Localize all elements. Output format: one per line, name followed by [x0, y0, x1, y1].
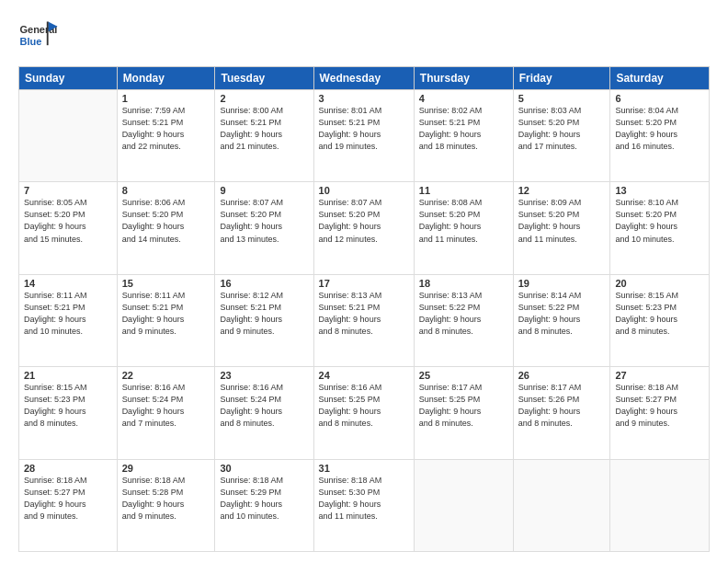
svg-text:Blue: Blue [19, 36, 41, 47]
day-number: 24 [319, 370, 409, 381]
calendar-cell: 31Sunrise: 8:18 AMSunset: 5:30 PMDayligh… [313, 459, 414, 551]
calendar-cell: 19Sunrise: 8:14 AMSunset: 5:22 PMDayligh… [513, 274, 610, 366]
calendar-cell: 3Sunrise: 8:01 AMSunset: 5:21 PMDaylight… [313, 90, 414, 182]
day-number: 28 [24, 463, 112, 474]
calendar-cell [610, 459, 710, 551]
calendar-cell: 28Sunrise: 8:18 AMSunset: 5:27 PMDayligh… [19, 459, 118, 551]
calendar-page: General Blue SundayMondayTuesdayWednesda… [0, 0, 728, 563]
weekday-header: Friday [513, 67, 610, 90]
calendar-cell [513, 459, 610, 551]
day-number: 25 [419, 370, 508, 381]
logo-icon: General Blue [18, 17, 59, 57]
weekday-header: Sunday [19, 67, 118, 90]
day-info: Sunrise: 8:18 AMSunset: 5:29 PMDaylight:… [220, 475, 308, 523]
day-info: Sunrise: 8:03 AMSunset: 5:20 PMDaylight:… [518, 105, 606, 153]
day-info: Sunrise: 8:18 AMSunset: 5:28 PMDaylight:… [122, 475, 210, 523]
day-number: 4 [419, 93, 508, 104]
day-number: 17 [319, 278, 409, 289]
day-info: Sunrise: 8:04 AMSunset: 5:20 PMDaylight:… [615, 105, 704, 153]
day-number: 26 [518, 370, 606, 381]
day-number: 2 [220, 93, 308, 104]
day-number: 1 [122, 93, 210, 104]
calendar-cell: 4Sunrise: 8:02 AMSunset: 5:21 PMDaylight… [414, 90, 513, 182]
day-number: 16 [220, 278, 308, 289]
calendar-cell: 1Sunrise: 7:59 AMSunset: 5:21 PMDaylight… [117, 90, 215, 182]
day-number: 18 [419, 278, 508, 289]
day-info: Sunrise: 8:18 AMSunset: 5:27 PMDaylight:… [615, 382, 704, 430]
day-info: Sunrise: 8:00 AMSunset: 5:21 PMDaylight:… [220, 105, 308, 153]
day-info: Sunrise: 8:18 AMSunset: 5:30 PMDaylight:… [319, 475, 409, 523]
calendar-cell: 20Sunrise: 8:15 AMSunset: 5:23 PMDayligh… [610, 274, 710, 366]
weekday-header: Thursday [414, 67, 513, 90]
calendar-week-row: 1Sunrise: 7:59 AMSunset: 5:21 PMDaylight… [19, 90, 710, 182]
day-number: 6 [615, 93, 704, 104]
day-number: 27 [615, 370, 704, 381]
header: General Blue [18, 17, 710, 57]
day-info: Sunrise: 8:08 AMSunset: 5:20 PMDaylight:… [419, 197, 508, 245]
day-info: Sunrise: 8:17 AMSunset: 5:26 PMDaylight:… [518, 382, 606, 430]
calendar-week-row: 28Sunrise: 8:18 AMSunset: 5:27 PMDayligh… [19, 459, 710, 551]
day-info: Sunrise: 8:01 AMSunset: 5:21 PMDaylight:… [319, 105, 409, 153]
day-number: 10 [319, 185, 409, 196]
day-number: 9 [220, 185, 308, 196]
calendar-cell: 7Sunrise: 8:05 AMSunset: 5:20 PMDaylight… [19, 182, 118, 274]
day-number: 22 [122, 370, 210, 381]
calendar-body: 1Sunrise: 7:59 AMSunset: 5:21 PMDaylight… [19, 90, 710, 552]
calendar-cell: 8Sunrise: 8:06 AMSunset: 5:20 PMDaylight… [117, 182, 215, 274]
day-info: Sunrise: 8:07 AMSunset: 5:20 PMDaylight:… [220, 197, 308, 245]
weekday-row: SundayMondayTuesdayWednesdayThursdayFrid… [19, 67, 710, 90]
day-info: Sunrise: 7:59 AMSunset: 5:21 PMDaylight:… [122, 105, 210, 153]
day-info: Sunrise: 8:15 AMSunset: 5:23 PMDaylight:… [24, 382, 112, 430]
calendar-week-row: 14Sunrise: 8:11 AMSunset: 5:21 PMDayligh… [19, 274, 710, 366]
calendar-week-row: 21Sunrise: 8:15 AMSunset: 5:23 PMDayligh… [19, 367, 710, 459]
day-info: Sunrise: 8:11 AMSunset: 5:21 PMDaylight:… [122, 290, 210, 338]
day-info: Sunrise: 8:13 AMSunset: 5:21 PMDaylight:… [319, 290, 409, 338]
calendar-cell: 15Sunrise: 8:11 AMSunset: 5:21 PMDayligh… [117, 274, 215, 366]
calendar-week-row: 7Sunrise: 8:05 AMSunset: 5:20 PMDaylight… [19, 182, 710, 274]
day-number: 7 [24, 185, 112, 196]
calendar-cell [414, 459, 513, 551]
day-number: 23 [220, 370, 308, 381]
day-number: 31 [319, 463, 409, 474]
calendar-cell: 21Sunrise: 8:15 AMSunset: 5:23 PMDayligh… [19, 367, 118, 459]
calendar-cell: 30Sunrise: 8:18 AMSunset: 5:29 PMDayligh… [215, 459, 313, 551]
calendar-cell: 2Sunrise: 8:00 AMSunset: 5:21 PMDaylight… [215, 90, 313, 182]
day-info: Sunrise: 8:14 AMSunset: 5:22 PMDaylight:… [518, 290, 606, 338]
day-info: Sunrise: 8:02 AMSunset: 5:21 PMDaylight:… [419, 105, 508, 153]
day-number: 3 [319, 93, 409, 104]
day-info: Sunrise: 8:05 AMSunset: 5:20 PMDaylight:… [24, 197, 112, 245]
day-number: 12 [518, 185, 606, 196]
day-number: 19 [518, 278, 606, 289]
calendar-cell: 6Sunrise: 8:04 AMSunset: 5:20 PMDaylight… [610, 90, 710, 182]
weekday-header: Tuesday [215, 67, 313, 90]
calendar-cell: 5Sunrise: 8:03 AMSunset: 5:20 PMDaylight… [513, 90, 610, 182]
day-info: Sunrise: 8:12 AMSunset: 5:21 PMDaylight:… [220, 290, 308, 338]
day-number: 14 [24, 278, 112, 289]
day-number: 11 [419, 185, 508, 196]
day-number: 29 [122, 463, 210, 474]
weekday-header: Wednesday [313, 67, 414, 90]
day-info: Sunrise: 8:13 AMSunset: 5:22 PMDaylight:… [419, 290, 508, 338]
day-info: Sunrise: 8:11 AMSunset: 5:21 PMDaylight:… [24, 290, 112, 338]
day-number: 15 [122, 278, 210, 289]
day-number: 5 [518, 93, 606, 104]
calendar-cell: 27Sunrise: 8:18 AMSunset: 5:27 PMDayligh… [610, 367, 710, 459]
day-info: Sunrise: 8:15 AMSunset: 5:23 PMDaylight:… [615, 290, 704, 338]
calendar-cell: 17Sunrise: 8:13 AMSunset: 5:21 PMDayligh… [313, 274, 414, 366]
day-info: Sunrise: 8:16 AMSunset: 5:24 PMDaylight:… [122, 382, 210, 430]
day-number: 30 [220, 463, 308, 474]
calendar-cell: 24Sunrise: 8:16 AMSunset: 5:25 PMDayligh… [313, 367, 414, 459]
day-number: 20 [615, 278, 704, 289]
weekday-header: Saturday [610, 67, 710, 90]
calendar-cell: 29Sunrise: 8:18 AMSunset: 5:28 PMDayligh… [117, 459, 215, 551]
calendar-cell: 25Sunrise: 8:17 AMSunset: 5:25 PMDayligh… [414, 367, 513, 459]
weekday-header: Monday [117, 67, 215, 90]
calendar-cell: 14Sunrise: 8:11 AMSunset: 5:21 PMDayligh… [19, 274, 118, 366]
day-number: 8 [122, 185, 210, 196]
calendar-cell: 12Sunrise: 8:09 AMSunset: 5:20 PMDayligh… [513, 182, 610, 274]
day-info: Sunrise: 8:18 AMSunset: 5:27 PMDaylight:… [24, 475, 112, 523]
calendar-cell: 22Sunrise: 8:16 AMSunset: 5:24 PMDayligh… [117, 367, 215, 459]
day-number: 13 [615, 185, 704, 196]
calendar-cell: 13Sunrise: 8:10 AMSunset: 5:20 PMDayligh… [610, 182, 710, 274]
calendar-cell [19, 90, 118, 182]
